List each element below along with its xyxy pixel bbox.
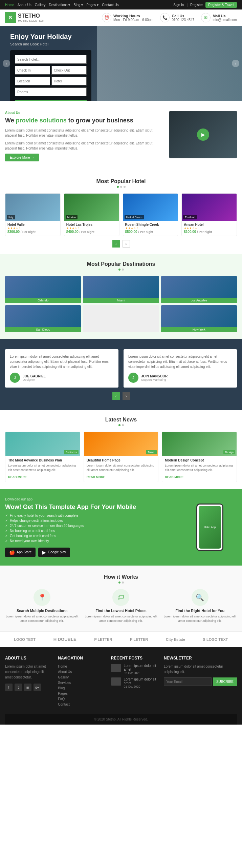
googleplay-btn[interactable]: ▶ Google play xyxy=(38,548,70,557)
news-card-2[interactable]: Travel Beautiful Home Page Lorem ipsum d… xyxy=(84,432,159,482)
nav-blog[interactable]: Blog ▾ xyxy=(73,3,83,7)
googleplus-icon[interactable]: g+ xyxy=(34,684,41,691)
testimonial-author-2: J JOIN MANSOOR Support Marketing xyxy=(128,373,232,383)
news-info-1: The Most Advance Business Plan Lorem ips… xyxy=(5,456,80,481)
hotel-country-label-4: Thailand xyxy=(183,215,197,219)
newsletter-email[interactable] xyxy=(164,677,212,686)
about-section: About Us We provide solutions to grow yo… xyxy=(0,101,242,172)
search-button[interactable]: Search xyxy=(15,100,87,101)
footer-nav-contact[interactable]: Contact xyxy=(58,702,104,707)
test-next-btn[interactable]: › xyxy=(123,392,130,400)
explore-button[interactable]: Explore More → xyxy=(5,154,39,161)
working-hours: ⏰ Working Hours Mon - Fri 9:00am - 6:00p… xyxy=(102,13,153,22)
dest-card-newyork[interactable]: New York xyxy=(161,305,237,332)
news-image-1: Business xyxy=(5,432,80,456)
location-input[interactable] xyxy=(15,77,50,85)
testimonial-text-2: Lorem ipsum dolor sit amet consectetur a… xyxy=(128,354,232,369)
subscribe-button[interactable]: SUBCRIBE xyxy=(213,677,237,686)
footer-nav-home[interactable]: Home xyxy=(58,664,104,669)
logo[interactable]: S STETHO HOTEL SOLUTION xyxy=(5,12,44,23)
footer-nav-services[interactable]: Services xyxy=(58,680,104,686)
hotel-info-1: Hotel Valle ★★★☆☆ $300.00 / Per night xyxy=(5,221,60,236)
footer-nav-gallery[interactable]: Gallery xyxy=(58,675,104,680)
post-date-1: 02 Oct 2020 xyxy=(124,671,157,675)
hotel-card-4[interactable]: Thailand Ansan Hotel ★★★☆☆ $100.00 / Per… xyxy=(181,193,237,236)
hotel-input[interactable] xyxy=(51,77,87,85)
app-buttons: 🍎 App Store ▶ Google play xyxy=(5,548,178,557)
news-badge-2: Travel xyxy=(146,450,157,454)
dest-card-miami[interactable]: Miami xyxy=(83,276,159,303)
footer-nav-about[interactable]: About Us xyxy=(58,669,104,675)
news-title: Latest News xyxy=(5,417,237,423)
rooms-input[interactable] xyxy=(15,87,87,96)
about-para1: Lorem ipsum dolor sit amet consectetur a… xyxy=(5,128,164,138)
dest-dot-active xyxy=(118,269,120,271)
nav-about[interactable]: About Us xyxy=(18,3,31,7)
call-us: 📞 Call Us 0100 123 4547 xyxy=(160,13,194,22)
hotels-next-btn[interactable]: › xyxy=(123,240,130,248)
hero-title: Enjoy Your Holiday xyxy=(10,33,91,41)
hero-prev-arrow[interactable]: ‹ xyxy=(3,60,10,67)
testimonials-grid: Lorem ipsum dolor sit amet consectetur a… xyxy=(5,349,237,388)
nav-gallery[interactable]: Gallery xyxy=(35,3,46,7)
test-prev-btn[interactable]: ‹ xyxy=(112,392,120,400)
nav-contact[interactable]: Contact Us xyxy=(102,3,118,7)
about-video[interactable]: ▶ xyxy=(169,111,237,158)
hotel-card-3[interactable]: United States Rosen Shingle Creek ★★★☆☆ … xyxy=(123,193,178,236)
appstore-btn[interactable]: 🍎 App Store xyxy=(5,548,36,557)
phone-icon: 📞 xyxy=(160,13,170,22)
news-card-3[interactable]: Design Modern Design Concept Lorem ipsum… xyxy=(162,432,237,482)
news-title-3: Modern Design Concept xyxy=(165,458,234,462)
footer-nav-pages[interactable]: Pages xyxy=(58,691,104,696)
partner-5: City Estate xyxy=(166,637,185,642)
about-heading: We provide solutions to grow your busine… xyxy=(5,117,164,124)
nav-destinations[interactable]: Destinations ▾ xyxy=(49,3,70,7)
footer-grid: ABOUT US Lorem ipsum dolor sit amet cons… xyxy=(5,656,237,707)
destinations-dots xyxy=(5,269,237,271)
footer-nav-blog[interactable]: Blog xyxy=(58,686,104,691)
app-feature-3: 24/7 customer service in more than 20 la… xyxy=(5,524,178,528)
dest-card-orlando[interactable]: Orlando xyxy=(5,276,81,303)
facebook-icon[interactable]: f xyxy=(5,684,13,691)
how-section: How it Works 📍 Search Multiple Destinati… xyxy=(0,566,242,631)
app-feature-2: Helps change destinations includes xyxy=(5,519,178,522)
footer-bottom: © 2020 Stetho. All Rights Reserved. xyxy=(5,714,237,725)
footer-nav-faq[interactable]: FAQ xyxy=(58,696,104,702)
read-more-3[interactable]: READ MORE xyxy=(165,475,183,479)
register-link[interactable]: Register xyxy=(190,3,203,7)
dest-card-la[interactable]: Los Angeles xyxy=(161,276,237,303)
twitter-icon[interactable]: t xyxy=(15,684,22,691)
how-dots xyxy=(5,581,237,584)
search-form: Search xyxy=(10,50,91,101)
how-item-3: 🔍 Find the Right Hotel for You Lorem ips… xyxy=(163,589,237,623)
phone-mockup: Hotel App xyxy=(196,504,223,551)
nav-home[interactable]: Home xyxy=(5,3,14,7)
partner-1: LOGO TEXT xyxy=(14,637,36,642)
testimonial-1: Lorem ipsum dolor sit amet consectetur a… xyxy=(5,349,118,388)
hotel-price-2: $400.00 / Per night xyxy=(66,230,117,234)
app-right: Hotel App xyxy=(183,504,237,551)
top-navigation: Home About Us Gallery Destinations ▾ Blo… xyxy=(0,0,242,9)
dest-card-sandiego[interactable]: San Diego xyxy=(5,305,81,332)
play-icon: ▶ xyxy=(42,550,46,555)
linkedin-icon[interactable]: in xyxy=(24,684,31,691)
dest-label-orlando: Orlando xyxy=(5,298,81,303)
signin-link[interactable]: Sign In xyxy=(173,3,184,7)
read-more-2[interactable]: READ MORE xyxy=(87,475,105,479)
news-info-3: Modern Design Concept Lorem ipsum dolor … xyxy=(162,456,237,481)
hotels-prev-btn[interactable]: ‹ xyxy=(112,240,120,248)
hotel-card-2[interactable]: Mexico Hotel Las Trojes ★★★☆☆ $400.00 / … xyxy=(64,193,119,236)
register-travel-btn[interactable]: Register & Travel xyxy=(205,2,237,8)
hotel-card-1[interactable]: Italy Hotel Valle ★★★☆☆ $300.00 / Per ni… xyxy=(5,193,61,236)
nav-auth: Sign In | Register Register & Travel xyxy=(173,2,237,8)
about-label: About Us xyxy=(5,111,164,115)
news-card-1[interactable]: Business The Most Advance Business Plan … xyxy=(5,432,80,482)
nav-pages[interactable]: Pages ▾ xyxy=(86,3,98,7)
read-more-1[interactable]: READ MORE xyxy=(8,475,27,479)
hero-next-arrow[interactable]: › xyxy=(232,60,239,67)
how-item-1: 📍 Search Multiple Destinations Lorem ips… xyxy=(5,589,79,623)
news-image-2: Travel xyxy=(84,432,158,456)
footer-about-title: ABOUT US xyxy=(5,656,51,660)
play-button[interactable]: ▶ xyxy=(197,129,209,141)
partner-6: S LOGO TEXT xyxy=(203,637,228,642)
